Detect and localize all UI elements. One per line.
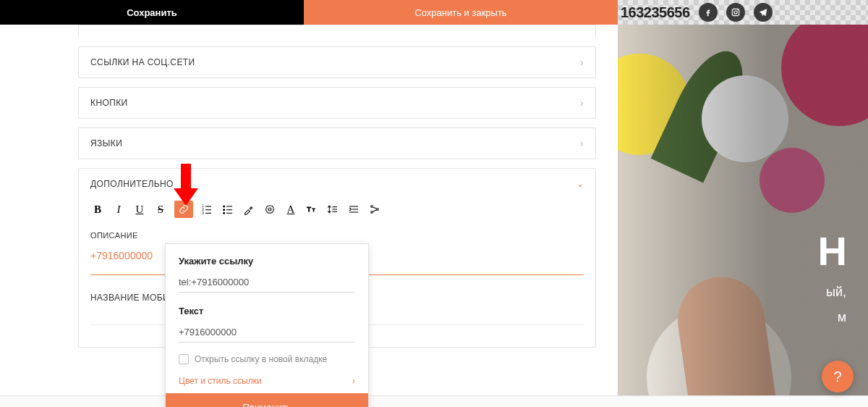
preview-header-strip: 163235656 xyxy=(618,0,868,25)
accordion-label: ЯЗЫКИ xyxy=(90,138,122,148)
target-icon[interactable] xyxy=(263,202,277,217)
preview-column: Н ый, м xyxy=(618,25,868,407)
new-tab-label: Открыть ссылку в новой вкладке xyxy=(195,354,327,364)
telegram-icon[interactable] xyxy=(754,3,773,22)
chevron-right-icon: › xyxy=(580,138,584,149)
accordion-label: ССЫЛКИ НА СОЦ.СЕТИ xyxy=(90,57,195,67)
svg-text:3: 3 xyxy=(202,211,204,215)
save-button[interactable]: Сохранить xyxy=(0,0,304,25)
svg-point-13 xyxy=(224,212,225,214)
link-style-label: Цвет и стиль ссылки xyxy=(179,376,262,386)
link-text-input[interactable] xyxy=(179,322,355,343)
popover-url-label: Укажите ссылку xyxy=(179,256,355,267)
svg-line-29 xyxy=(373,207,376,209)
link-editor-popover: Укажите ссылку Текст Открыть ссылку в но… xyxy=(165,243,369,407)
underline-icon[interactable]: U xyxy=(132,202,147,217)
save-and-close-button[interactable]: Сохранить и закрыть xyxy=(304,0,618,25)
svg-text:T: T xyxy=(307,206,311,213)
apply-button[interactable]: Применить xyxy=(166,393,368,407)
accordion-buttons[interactable]: КНОПКИ › xyxy=(78,87,596,119)
instagram-icon[interactable] xyxy=(726,3,745,22)
line-height-icon[interactable] xyxy=(326,202,340,217)
accordion-languages[interactable]: ЯЗЫКИ › xyxy=(78,127,596,159)
accordion-item-cutoff xyxy=(78,25,596,38)
chevron-down-icon: ⌄ xyxy=(576,179,584,189)
ordered-list-icon[interactable]: 123 xyxy=(200,202,214,217)
chevron-right-icon: › xyxy=(580,56,584,68)
chevron-right-icon: › xyxy=(580,97,584,109)
chevron-right-icon: › xyxy=(352,376,355,386)
top-bar: Сохранить Сохранить и закрыть 163235656 xyxy=(0,0,868,25)
svg-text:T: T xyxy=(312,208,315,212)
rich-text-toolbar: B I U S 123 A xyxy=(90,198,584,221)
accordion-label: КНОПКИ xyxy=(90,98,128,108)
indent-icon[interactable] xyxy=(346,202,361,217)
svg-point-11 xyxy=(224,209,225,211)
link-style-row[interactable]: Цвет и стиль ссылки › xyxy=(179,376,355,386)
svg-point-27 xyxy=(371,211,373,214)
unordered-list-icon[interactable] xyxy=(221,202,235,217)
bold-icon[interactable]: B xyxy=(90,202,105,217)
popover-text-label: Текст xyxy=(179,306,355,316)
hero-line2-fragment: м xyxy=(818,310,846,325)
hero-line1-fragment: ый, xyxy=(818,285,846,300)
panel-header[interactable]: ДОПОЛНИТЕЛЬНО ⌄ xyxy=(90,179,584,189)
link-icon[interactable] xyxy=(174,201,193,218)
eyedropper-icon[interactable] xyxy=(242,202,256,217)
description-label: ОПИСАНИЕ xyxy=(90,231,584,240)
hero-headline-fragment: Н xyxy=(818,227,846,274)
new-tab-checkbox[interactable] xyxy=(179,354,189,364)
editor-column: ССЫЛКИ НА СОЦ.СЕТИ › КНОПКИ › ЯЗЫКИ › ДО… xyxy=(0,25,618,407)
preview-background xyxy=(618,25,868,407)
accordion-social-links[interactable]: ССЫЛКИ НА СОЦ.СЕТИ › xyxy=(78,46,596,78)
strike-icon[interactable]: S xyxy=(153,202,168,217)
facebook-icon[interactable] xyxy=(699,3,718,22)
help-fab-button[interactable]: ? xyxy=(822,361,854,393)
svg-point-15 xyxy=(266,206,274,214)
link-url-input[interactable] xyxy=(179,272,355,293)
svg-point-2 xyxy=(737,9,738,10)
font-icon[interactable]: A xyxy=(284,202,298,217)
horizontal-scrollbar[interactable] xyxy=(0,395,868,407)
svg-point-16 xyxy=(268,208,271,211)
header-phone-fragment: 163235656 xyxy=(621,4,690,21)
italic-icon[interactable]: I xyxy=(111,202,126,217)
hero-text-fragment: Н ый, м xyxy=(818,227,846,325)
main-split: ССЫЛКИ НА СОЦ.СЕТИ › КНОПКИ › ЯЗЫКИ › ДО… xyxy=(0,25,868,407)
text-size-icon[interactable]: TT xyxy=(305,202,319,217)
svg-line-30 xyxy=(373,210,376,212)
svg-point-28 xyxy=(377,209,379,211)
svg-point-9 xyxy=(224,206,225,207)
svg-point-1 xyxy=(734,11,737,14)
views-icon[interactable] xyxy=(367,202,382,217)
panel-title: ДОПОЛНИТЕЛЬНО xyxy=(90,179,174,189)
svg-point-26 xyxy=(371,206,373,208)
